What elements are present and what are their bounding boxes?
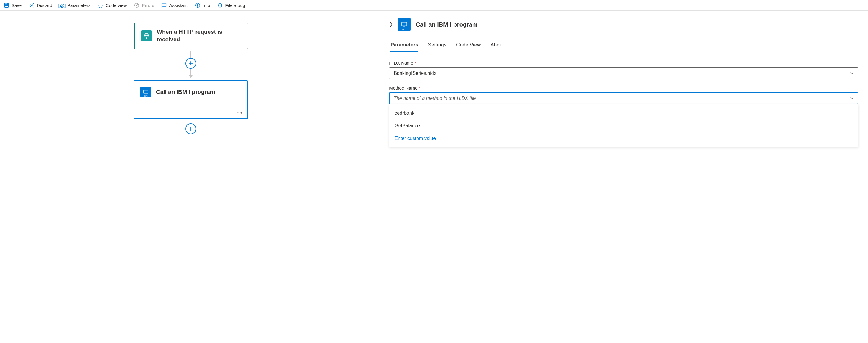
assistant-label: Assistant [169,3,187,8]
trigger-title: When a HTTP request is received [157,28,242,43]
discard-label: Discard [37,3,52,8]
tab-about[interactable]: About [490,42,504,52]
svg-rect-1 [5,3,7,4]
bug-icon [217,2,223,8]
parameters-button[interactable]: [@] Parameters [59,2,91,8]
info-button[interactable]: Info [195,2,210,8]
discard-button[interactable]: Discard [29,2,52,8]
action-node[interactable]: IBM i Call an IBM i program [133,80,248,119]
hidx-name-select[interactable]: BankingISeries.hidx [389,67,858,79]
method-name-placeholder: The name of a method in the HIDX file. [394,96,477,101]
ibm-i-icon: IBM i [141,87,151,97]
panel-icon-label: IBM i [402,29,406,30]
add-step-button-end[interactable] [185,123,196,134]
svg-rect-26 [144,90,148,93]
node-footer [134,108,247,118]
toolbar: Save Discard [@] Parameters { } Code vie… [0,0,868,10]
canvas-area: When a HTTP request is received IBM i Ca… [0,10,382,339]
svg-rect-2 [5,5,8,7]
method-name-label: Method Name* [389,85,858,90]
errors-label: Errors [142,3,154,8]
svg-line-17 [218,7,219,7]
save-icon [4,2,9,8]
file-bug-label: File a bug [225,3,245,8]
method-name-dropdown: cedrbank GetBalance Enter custom value [389,104,858,147]
parameters-label: Parameters [67,3,91,8]
file-bug-button[interactable]: File a bug [217,2,245,8]
flow-diagram: When a HTTP request is received IBM i Ca… [133,23,248,326]
panel-ibm-i-icon: IBM i [398,18,411,31]
main-container: When a HTTP request is received IBM i Ca… [0,10,868,339]
info-label: Info [203,3,210,8]
panel-title: Call an IBM i program [415,21,478,28]
hidx-name-value: BankingISeries.hidx [394,70,436,76]
action-title: Call an IBM i program [156,88,215,96]
tab-parameters[interactable]: Parameters [390,42,418,52]
panel-tabs: Parameters Settings Code View About [390,42,858,52]
collapse-chevron-icon[interactable] [389,22,393,27]
connection-icon[interactable] [236,111,242,115]
assistant-button[interactable]: Assistant [161,2,187,8]
tab-code-view[interactable]: Code View [456,42,481,52]
tab-settings[interactable]: Settings [428,42,446,52]
dropdown-option-cedrbank[interactable]: cedrbank [389,107,858,119]
svg-rect-32 [402,22,407,26]
errors-button: Errors [134,2,154,8]
save-label: Save [11,3,22,8]
close-icon [29,2,34,8]
details-panel: IBM i Call an IBM i program Parameters S… [382,10,868,339]
dropdown-custom-value[interactable]: Enter custom value [389,132,858,145]
method-name-select[interactable]: The name of a method in the HIDX file. [389,92,858,104]
flow-connector [185,49,196,80]
dropdown-option-getbalance[interactable]: GetBalance [389,119,858,132]
panel-header: IBM i Call an IBM i program [389,18,858,31]
ibm-i-icon-label: IBM i [144,95,148,97]
add-step-button[interactable] [185,58,196,69]
hidx-name-group: HIDX Name* BankingISeries.hidx [389,60,858,79]
braces-icon: { } [98,2,103,8]
chat-icon [161,2,167,8]
error-icon [134,2,140,8]
chevron-down-icon [849,97,854,100]
chevron-down-icon [849,72,854,75]
code-view-button[interactable]: { } Code view [98,2,127,8]
trigger-node[interactable]: When a HTTP request is received [133,23,248,49]
http-trigger-icon [141,30,152,41]
method-name-group: Method Name* The name of a method in the… [389,85,858,147]
save-button[interactable]: Save [4,2,22,8]
svg-line-18 [221,7,222,7]
flow-connector-end [185,119,196,137]
info-icon [195,2,200,8]
parameters-icon: [@] [59,2,65,8]
hidx-name-label: HIDX Name* [389,60,858,65]
code-view-label: Code view [106,3,127,8]
svg-point-10 [197,4,198,4]
